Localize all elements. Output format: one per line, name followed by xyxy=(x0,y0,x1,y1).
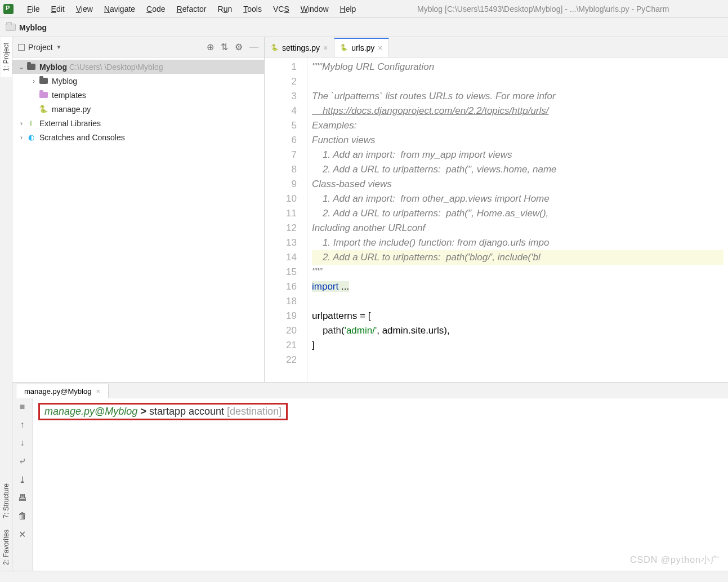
project-tool-window: Project ▼ ⊕ ⇅ ⚙ — ⌄ Myblog C:\Users\ \De… xyxy=(12,37,265,382)
watermark: CSDN @python小广 xyxy=(630,554,720,566)
editor-tabs: settings.py × urls.py × xyxy=(265,37,728,57)
tree-node-templates[interactable]: templates xyxy=(12,88,264,102)
menu-file[interactable]: File xyxy=(21,2,46,16)
project-header: Project ▼ ⊕ ⇅ ⚙ — xyxy=(12,37,264,57)
folder-icon xyxy=(39,78,48,84)
window-title: Myblog [C:\Users\15493\Desktop\Myblog] -… xyxy=(417,5,669,14)
run-tabs: manage.py@Myblog × xyxy=(12,383,728,398)
target-icon[interactable]: ⊕ xyxy=(207,42,214,52)
tree-scratches[interactable]: › ◐ Scratches and Consoles xyxy=(12,130,264,144)
tool-tab-project[interactable]: 1: Project xyxy=(1,37,12,77)
tool-tab-structure[interactable]: 7: Structure xyxy=(1,478,12,524)
line-gutter: 123456789101112131415161819202122 xyxy=(265,57,307,382)
pycharm-icon xyxy=(3,4,14,14)
python-file-icon xyxy=(271,44,279,52)
tool-tab-favorites[interactable]: 2: Favorites xyxy=(1,524,12,571)
breadcrumb-root[interactable]: Myblog xyxy=(19,23,47,32)
tree-external-libs[interactable]: › ⫴ External Libraries xyxy=(12,116,264,130)
chevron-right-icon[interactable]: › xyxy=(17,119,26,127)
python-file-icon: 🐍 xyxy=(38,104,48,114)
wrap-icon[interactable]: ⤶ xyxy=(19,456,26,467)
folder-icon xyxy=(27,64,35,70)
menu-tools[interactable]: Tools xyxy=(238,2,267,16)
library-icon: ⫴ xyxy=(26,118,36,128)
menu-bar: File Edit View Navigate Code Refactor Ru… xyxy=(0,0,728,18)
code-editor[interactable]: 123456789101112131415161819202122 """Myb… xyxy=(265,57,728,382)
command-input[interactable]: startapp account xyxy=(149,406,224,417)
status-bar xyxy=(0,571,728,582)
navigation-bar: Myblog xyxy=(0,18,728,37)
tab-settings[interactable]: settings.py × xyxy=(265,38,334,57)
close-icon[interactable]: ✕ xyxy=(19,529,26,540)
chevron-down-icon[interactable]: ⌄ xyxy=(17,63,26,71)
menu-code[interactable]: Code xyxy=(141,2,171,16)
code-area[interactable]: """Myblog URL Configuration The `urlpatt… xyxy=(307,57,728,382)
tree-root[interactable]: ⌄ Myblog C:\Users\ \Desktop\Myblog xyxy=(12,60,264,74)
command-hint: [destination] xyxy=(227,406,282,417)
menu-navigate[interactable]: Navigate xyxy=(99,2,141,16)
tab-urls[interactable]: urls.py × xyxy=(334,38,388,57)
menu-help[interactable]: Help xyxy=(334,2,362,16)
folder-icon xyxy=(6,24,16,31)
prompt-arrow: > xyxy=(140,406,146,417)
tree-node-myblog[interactable]: › Myblog xyxy=(12,74,264,88)
run-tool-window: manage.py@Myblog × ■ ↑ ↓ ⤶ ⤓ 🖶 🗑 ✕ manag… xyxy=(12,382,728,571)
menu-view[interactable]: View xyxy=(70,2,99,16)
stop-icon[interactable]: ■ xyxy=(20,402,25,412)
trash-icon[interactable]: 🗑 xyxy=(18,511,27,521)
project-view-icon xyxy=(18,44,25,51)
menu-window[interactable]: Window xyxy=(295,2,334,16)
folder-icon xyxy=(39,92,48,98)
run-toolbar: ■ ↑ ↓ ⤶ ⤓ 🖶 🗑 ✕ xyxy=(12,398,33,571)
python-file-icon xyxy=(340,44,348,52)
command-prompt: manage.py@Myblog xyxy=(44,406,137,417)
chevron-down-icon[interactable]: ▼ xyxy=(56,44,62,50)
project-tree[interactable]: ⌄ Myblog C:\Users\ \Desktop\Myblog › Myb… xyxy=(12,57,264,382)
left-tool-strip: 1: Project 7: Structure 2: Favorites xyxy=(0,37,12,571)
close-icon[interactable]: × xyxy=(323,43,328,52)
run-output[interactable]: manage.py@Myblog > startapp account [des… xyxy=(33,398,728,571)
run-tab-manage[interactable]: manage.py@Myblog × xyxy=(16,384,109,398)
collapse-icon[interactable]: ⇅ xyxy=(221,42,228,52)
chevron-right-icon[interactable]: › xyxy=(17,134,26,141)
hide-icon[interactable]: — xyxy=(249,42,258,52)
down-icon[interactable]: ↓ xyxy=(20,438,25,448)
close-icon[interactable]: × xyxy=(96,387,100,396)
close-icon[interactable]: × xyxy=(378,43,382,52)
chevron-right-icon[interactable]: › xyxy=(29,77,38,85)
scratch-icon: ◐ xyxy=(26,132,36,143)
menu-refactor[interactable]: Refactor xyxy=(171,2,212,16)
command-highlight: manage.py@Myblog > startapp account [des… xyxy=(38,403,288,420)
gear-icon[interactable]: ⚙ xyxy=(235,42,243,52)
scroll-icon[interactable]: ⤓ xyxy=(19,474,26,485)
up-icon[interactable]: ↑ xyxy=(20,420,25,430)
project-title: Project xyxy=(28,43,53,52)
tree-node-managepy[interactable]: 🐍 manage.py xyxy=(12,102,264,116)
print-icon[interactable]: 🖶 xyxy=(18,493,27,503)
menu-vcs[interactable]: VCS xyxy=(267,2,295,16)
menu-edit[interactable]: Edit xyxy=(46,2,70,16)
menu-run[interactable]: Run xyxy=(212,2,238,16)
